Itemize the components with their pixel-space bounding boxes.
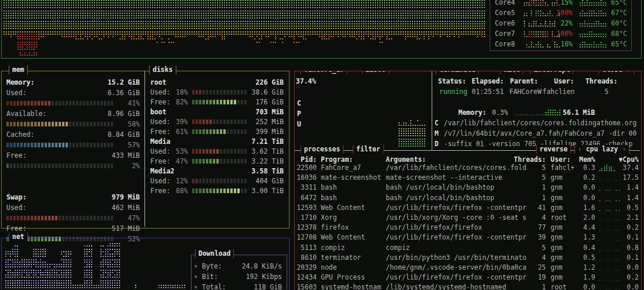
collapse-arrow-icon[interactable]: ▼ (194, 272, 197, 282)
collapse-arrow-icon[interactable]: ▼ (194, 282, 197, 290)
process-threads: 5 (488, 172, 546, 183)
threads-label: Threads: (585, 76, 617, 86)
process-row[interactable]: 20329node/home/gnm/.vscode-server/bin/0b… (295, 262, 641, 273)
disk-free-value: 3.00 TiB (220, 186, 284, 196)
core-row: Core7100%68°C (490, 28, 630, 39)
interrupt-button[interactable]: interrupt (530, 71, 573, 74)
collapse-arrow-icon[interactable]: ▼ (194, 262, 197, 272)
download-panel-title: Download (195, 249, 234, 258)
process-mem: 0.5 (560, 252, 595, 263)
disk-used-percent: 12% (176, 176, 188, 186)
process-cpu: 0.1 (604, 232, 639, 242)
process-row[interactable]: 15603systemd-hostnam/lib/systemd/systemd… (295, 282, 641, 290)
disk-free-label: Free: (150, 156, 171, 166)
process-row[interactable]: 12434GPU Process/usr/lib/firefox/firefox… (295, 272, 641, 282)
cmd-key: M (435, 128, 439, 139)
process-cpu: 0.0 (604, 282, 639, 290)
process-row[interactable]: 5113compizcompiz5gnm0.4⡀⢀⡀⢀⡀0.8 (295, 242, 641, 253)
mem-meter-percent: 57% (117, 140, 140, 150)
net-box-title: net (9, 233, 28, 241)
threads-value: 5 (605, 86, 609, 97)
core-percent: 16% (548, 39, 573, 49)
mem-meter-percent: 47% (117, 213, 140, 223)
disk-free-label: Free: (150, 126, 171, 137)
core-temp: 65°C (605, 0, 627, 8)
core-temp: 68°C (605, 28, 627, 39)
process-mem: 2.0 (560, 212, 595, 223)
mem-row-value: 979 MiB (70, 192, 140, 202)
process-pid: 5113 (295, 242, 317, 253)
download-panel: Download ▼Byte:24.8 KiB/s▼Bit:192 Kibps▼… (191, 255, 287, 290)
sort-next-arrow[interactable]: › (622, 145, 626, 153)
disk-size: 226 GiB (220, 77, 284, 88)
process-row[interactable]: 12593Web Content/usr/lib/firefox/firefox… (295, 202, 641, 213)
filter-button[interactable]: filter (353, 145, 384, 154)
terminate-button[interactable]: terminate (436, 71, 479, 74)
core-temp: 65°C (605, 39, 627, 49)
cpu-box: Core415%65°CCore5100%67°CCore622%60°CCor… (1, 0, 642, 59)
process-program: mate-screenshot (321, 172, 381, 183)
process-pid: 12378 (295, 222, 317, 233)
process-mem: 1.3 (560, 232, 595, 242)
core-percent: 100% (548, 28, 573, 39)
process-row[interactable]: 8610terminator/usr/bin/python3 /usr/bin/… (295, 252, 641, 263)
detail-cmd-line: C/var/lib/fahclient/cores/cores.foldinga… (295, 118, 640, 128)
bashtop-terminal: Core415%65°CCore5100%67°CCore622%60°CCor… (0, 0, 644, 290)
core-temp-graph (580, 41, 609, 48)
process-program: firefox (321, 222, 349, 233)
disk-free-percent: 47% (176, 156, 188, 166)
process-threads: 5 (488, 242, 546, 253)
disk-used-label: Used: (150, 87, 171, 97)
core-temp-graph (580, 20, 609, 27)
process-threads: 25 (488, 262, 546, 273)
processes-title: processes (301, 145, 343, 154)
sort-mode[interactable]: cpu lazy (586, 145, 618, 153)
core-temp: 60°C (605, 18, 627, 28)
process-row[interactable]: 3311bashbash /usr/local/bin/bashtop1gnm0… (295, 182, 641, 193)
process-row[interactable]: 22500FahCore_a7/var/lib/fahclient/cores/… (295, 162, 641, 173)
disk-size: 3.58 TiB (220, 166, 284, 176)
mem-row: 2% (2, 161, 144, 171)
status-label: Status: (438, 76, 466, 86)
process-row[interactable]: 16036mate-screenshotmate-screenshot --in… (295, 172, 641, 183)
cpu-history-graph (3, 0, 487, 57)
process-pid: 6472 (295, 193, 317, 203)
disk-used-value: 404 GiB (220, 176, 284, 186)
meter (6, 101, 113, 106)
disk-used-row: Used:18%38.6 GiB (144, 87, 289, 97)
net-download-graph (4, 242, 196, 289)
disk-free-value: 399 MiB (220, 126, 284, 137)
process-args: bash /usr/local/bin/bashtop (386, 193, 494, 203)
cmd-text: /v7/lin/64bit/avx/Core_a7.fah/FahCore_a7… (444, 128, 636, 139)
core-name: Core7 (495, 28, 515, 39)
reverse-button[interactable]: reverse (536, 145, 571, 154)
core-name: Core6 (495, 18, 515, 28)
process-program: Xorg (321, 212, 337, 223)
process-program: Web Content (321, 232, 365, 242)
sort-prev-arrow[interactable]: ‹ (578, 145, 582, 153)
cmd-key: C (435, 118, 439, 128)
process-row[interactable]: 6472bashbash /usr/local/bin/bashtop1gnm0… (295, 193, 641, 203)
mem-row: Used:462 MiB (2, 202, 144, 213)
sort-selector: ‹ cpu lazy › (574, 145, 629, 154)
core-percent: 15% (548, 0, 573, 8)
process-program: GPU Process (321, 272, 365, 282)
kill-button[interactable]: kill (500, 71, 523, 74)
process-pid: 22500 (295, 162, 317, 173)
process-row[interactable]: 12378firefox/usr/lib/firefox/firefox77gn… (295, 222, 641, 233)
mem-row: Free:433 MiB (2, 150, 144, 161)
core-row: Core816%65°C (490, 39, 630, 49)
detail-cpu-percent: 37.4% (296, 76, 316, 86)
process-row[interactable]: 1710Xorg/usr/lib/xorg/Xorg -core :0 -sea… (295, 212, 641, 223)
process-pid: 12593 (295, 202, 317, 213)
disk-used-row: Used:39%252 MiB (144, 117, 289, 127)
process-row[interactable]: 12708Web Content/usr/lib/firefox/firefox… (295, 232, 641, 242)
core-percent: 22% (548, 18, 573, 28)
close-button[interactable]: close ↵ (599, 71, 634, 74)
disk-name: Media2 (150, 166, 175, 176)
disk-name: Media (150, 136, 171, 147)
mem-row-label: Available: (6, 108, 46, 119)
mem-box-title: mem (9, 66, 28, 74)
disk-used-value: 38.6 GiB (220, 87, 284, 97)
download-row-label: Total: (202, 282, 226, 290)
